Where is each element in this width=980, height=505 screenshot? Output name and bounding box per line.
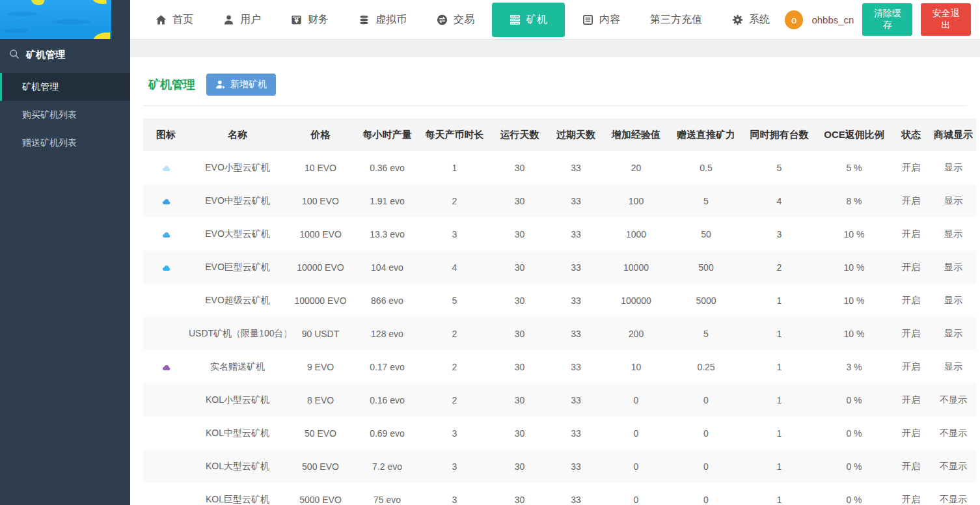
nav-item-label: 矿机 [526,13,547,27]
column-header: 状态 [892,118,931,151]
nav-item[interactable]: 交易 [422,0,489,39]
table-row: KOL大型云矿机500 EVO7.2 evo330330010 %开启不显示 [143,450,976,483]
cell-shop: 不显示 [931,383,976,416]
finance-icon: ¥ [291,14,302,25]
cell-hourly: 0.17 evo [355,350,420,383]
cell-hours: 3 [420,483,489,505]
nav-item[interactable]: 系统 [717,0,785,39]
cell-shop: 显示 [931,350,976,383]
cell-status: 开启 [892,416,931,450]
cell-hourly: 0.69 evo [355,416,420,450]
cell-oce_rate: 0 % [817,483,892,505]
cell-max_count: 1 [742,284,817,317]
cell-name: EVO超级云矿机 [189,284,286,317]
cell-hours: 5 [420,284,489,317]
machine-cloud-icon [161,198,171,205]
cell-hourly: 1.91 evo [355,184,420,217]
cell-max_count: 5 [742,151,817,184]
gear-icon [732,14,743,25]
logo-image[interactable] [0,0,111,39]
cell-gift_power: 5 [670,317,742,350]
nav-item-label: 用户 [240,13,261,27]
cell-expire_days: 33 [550,284,602,317]
cell-icon [143,184,189,217]
cell-hourly: 75 evo [355,483,420,505]
cell-icon [143,251,189,284]
leaf-shape [30,0,45,7]
cell-expire_days: 33 [550,350,602,383]
cell-shop: 显示 [931,151,976,184]
cell-shop: 不显示 [931,450,976,483]
cell-run_days: 30 [489,184,550,217]
nav-item[interactable]: ¥财务 [276,0,344,39]
cell-oce_rate: 5 % [817,151,892,184]
cell-status: 开启 [892,350,931,383]
cell-hours: 2 [420,350,489,383]
column-header: 过期天数 [550,118,602,151]
cell-shop: 显示 [931,284,976,317]
cell-max_count: 1 [742,416,817,450]
cell-icon [143,383,189,416]
table-row: USDT矿机（限量100台）90 USDT128 evo230332005110… [143,317,976,350]
cell-name: EVO中型云矿机 [189,184,286,217]
cell-run_days: 30 [489,217,550,251]
cell-gift_power: 5000 [670,284,742,317]
nav-item[interactable]: 矿机 [492,3,565,37]
nav-item-label: 首页 [172,13,193,27]
cell-oce_rate: 0 % [817,450,892,483]
clear-cache-button[interactable]: 清除缓存 [862,3,912,36]
coins-icon [359,14,370,25]
cell-run_days: 30 [489,450,550,483]
username[interactable]: ohbbs_cn [811,14,854,25]
logout-button[interactable]: 安全退出 [921,3,971,36]
cell-status: 开启 [892,284,931,317]
column-header: 每小时产量 [355,118,420,151]
cell-oce_rate: 3 % [817,350,892,383]
page-title: 矿机管理 [148,77,195,92]
cell-max_count: 1 [742,350,817,383]
table-row: 实名赠送矿机9 EVO0.17 evo23033100.2513 %开启显示 [143,350,976,383]
nav-item[interactable]: 第三方充值 [635,0,717,39]
cell-name: EVO大型云矿机 [189,217,286,251]
cell-name: USDT矿机（限量100台） [189,317,286,350]
cell-run_days: 30 [489,251,550,284]
cell-run_days: 30 [489,284,550,317]
cell-hourly: 13.3 evo [355,217,420,251]
sidebar: 矿机管理 矿机管理购买矿机列表赠送矿机列表 [0,0,130,505]
nav-item[interactable]: 首页 [141,0,208,39]
sidebar-header: 矿机管理 [0,39,130,69]
cell-icon [143,317,189,350]
add-machine-button[interactable]: 新增矿机 [206,74,276,96]
cell-shop: 显示 [931,251,976,284]
cell-exp: 20 [602,151,670,184]
cell-max_count: 2 [742,251,817,284]
cell-hours: 3 [420,416,489,450]
cell-exp: 0 [602,383,670,416]
machine-cloud-icon [161,232,171,238]
cell-price: 1000 EVO [286,217,355,251]
nav-item[interactable]: 虚拟币 [344,0,422,39]
cell-status: 开启 [892,151,931,184]
cell-icon [143,350,189,383]
cell-price: 10 EVO [286,151,355,184]
cell-shop: 不显示 [931,416,976,450]
sidebar-item[interactable]: 矿机管理 [0,73,130,101]
cell-hourly: 866 evo [355,284,420,317]
cell-max_count: 3 [742,217,817,251]
cell-price: 10000 EVO [286,251,355,284]
cell-status: 开启 [892,317,931,350]
sidebar-item[interactable]: 赠送矿机列表 [0,129,130,157]
cell-gift_power: 500 [670,251,742,284]
cell-max_count: 4 [742,184,817,217]
cell-expire_days: 33 [550,483,602,505]
cell-gift_power: 0 [670,483,742,505]
top-navbar: 首页用户¥财务虚拟币交易矿机内容第三方充值系统 o ohbbs_cn 清除缓存 … [130,0,980,40]
avatar[interactable]: o [785,10,803,29]
column-header: 运行天数 [489,118,550,151]
cell-max_count: 1 [742,450,817,483]
sidebar-item[interactable]: 购买矿机列表 [0,101,130,129]
nav-item[interactable]: 用户 [208,0,276,39]
user-icon [223,14,234,25]
cell-oce_rate: 8 % [817,184,892,217]
nav-item[interactable]: 内容 [567,0,635,39]
